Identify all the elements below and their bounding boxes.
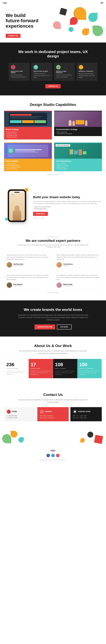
social-twitter[interactable]: t <box>51 454 55 457</box>
cap-ux-bullet4: • Promotional design <box>56 168 100 170</box>
footer-social-row: f t in <box>6 454 100 457</box>
testi-name-3: Bob Roberts <box>13 284 23 285</box>
capabilities-section: Design Studio Capabilities <box>0 96 106 182</box>
testi-name-2: Celia Almora <box>63 263 73 265</box>
contact-hours-title: WORKING HOURS <box>78 411 91 412</box>
about-work-description: Arcu metus dictum at tempor commodo ulla… <box>18 350 88 354</box>
stats-grid: 236 CUPS OF COFFEE Sample text. Click to… <box>4 359 102 378</box>
brands-description: Designstudio is an international brand a… <box>18 314 88 321</box>
testi-avatar-1 <box>7 262 12 268</box>
dark-section: We work in dedicated project teams, UX d… <box>0 42 106 96</box>
clock-icon: 🕐 <box>73 410 77 414</box>
stat-clients-label: HAPPY CLIENTS <box>55 368 75 369</box>
phone-icon: 📞 <box>7 410 11 414</box>
capabilities-grid: Brand strategy • Brand equity wells • Au… <box>4 110 102 172</box>
stat-projects: 150 PROJECTS FINISHED Sample text. Click… <box>77 359 102 378</box>
build-bullet2: • Multi language support <box>33 208 102 210</box>
cap-bs-bullet3: • Competitive review <box>6 135 50 136</box>
testi-card-1: Vitae volutpat donec urna velit. A faint… <box>4 252 52 270</box>
card-research: 👤 RESEARCH USER NEEDS Discover pain poin… <box>9 63 29 81</box>
cap-image-credit: Images From Freepik <box>4 174 102 175</box>
testi-image-credit: Images from Freepik <box>4 292 102 293</box>
card-design-desc: Launch an MVP with best in class UX expe… <box>56 74 73 78</box>
contact-phone-title: PHONE <box>12 411 17 412</box>
cap-ux-title: User Experiences <box>56 160 100 162</box>
testi-name-4: Mattie Smith <box>63 284 74 285</box>
testi-role-1: Chief Accountant <box>13 265 23 266</box>
cards-container: 👤 RESEARCH USER NEEDS Discover pain poin… <box>4 63 102 81</box>
nav-hamburger[interactable] <box>101 2 103 4</box>
testi-label: TESTIMONIALS <box>4 236 102 238</box>
testi-text-4: Tot condimentum ut veneatis a gorlindo u… <box>56 274 99 281</box>
testi-text-2: Mauris volutpat lorim niopi ugell. Praes… <box>56 254 99 260</box>
build-description: Arcu viverra sit amet egestas fughee sem… <box>33 200 102 205</box>
contact-hours-line2: Tue - Sat ... 11am - 9pm <box>73 417 99 419</box>
cap-bs-bullet1: • Brand equity wells <box>6 131 50 133</box>
stat-clients-desc: Sample text. Click to select the text bo… <box>55 370 75 375</box>
dark-section-heading: We work in dedicated project teams, UX d… <box>18 50 88 58</box>
social-facebook[interactable]: f <box>46 454 50 457</box>
cap-card-ux: CREATIVE DESIGN User Experiences • Brand… <box>54 142 102 172</box>
build-bullet1: • Support via E-mail and Phone <box>33 206 102 208</box>
social-instagram[interactable]: in <box>56 454 60 457</box>
address-icon: 📍 <box>40 410 44 414</box>
stat-coffee: 236 CUPS OF COFFEE Sample text. Click to… <box>4 359 29 378</box>
brands-primary-cta[interactable]: DESIGNSTUDIO.COM <box>34 324 55 330</box>
testi-role-4: Accountant auditor <box>63 285 74 287</box>
navbar: logo <box>0 0 106 6</box>
stat-coffee-label: CUPS OF COFFEE <box>6 368 27 369</box>
cap-bs-bullet2: • Audience analysis <box>6 133 50 134</box>
build-content: ABOUT US Build your dream website today … <box>33 193 102 219</box>
footer-logo: logo <box>6 449 100 452</box>
stat-awards: 17 AWARDS WON Sample text. Click to sele… <box>29 359 53 378</box>
contact-card-hours: 🕐 WORKING HOURS Mon - Fri ... 11am - 9pm… <box>70 407 102 422</box>
testi-avatar-2 <box>56 262 62 268</box>
cap-ux-bullet2: • Content & UX design <box>56 165 100 166</box>
build-cta-button[interactable]: READ MORE <box>33 212 48 216</box>
stat-coffee-desc: Sample text. Click to select the text bo… <box>6 370 27 375</box>
testi-card-2: Mauris volutpat lorim niopi ugell. Praes… <box>54 252 102 270</box>
card-prototype: 💡 PROTOTYPE AN IDEA Validate ideas with … <box>31 63 52 81</box>
hero-cta-button[interactable]: CONTACT US <box>6 34 20 38</box>
brands-section: We create brands the world loves Designs… <box>0 300 106 336</box>
contact-description: Duis aute irure dolor in reprehenderit i… <box>18 398 88 404</box>
testi-avatar-4 <box>56 282 62 288</box>
card-design: 🚀 DESIGN A NEW PRODUCT Launch an MVP wit… <box>54 63 75 81</box>
contact-grid: 📞 PHONE +1 (234) 567-8901 +1 (234) 678-1… <box>4 407 102 422</box>
contact-address-line1: Main Street, 25 Monroe <box>40 415 66 417</box>
cap-bi-bullet3: • Icon & illustration guides <box>6 166 50 168</box>
build-about-label: ABOUT US <box>33 193 102 194</box>
contact-section: Contact Us Duis aute irure dolor in repr… <box>0 386 106 428</box>
stat-clients: 108 HAPPY CLIENTS Sample text. Click to … <box>53 359 77 378</box>
cap-bs-bullet4: • Strategic direction <box>6 136 50 138</box>
cap-cs-bullet2: • Communication style guide <box>56 133 100 134</box>
testi-avatar-3 <box>7 282 12 288</box>
cap-cs-bullet1: • Tagline exploration <box>56 131 100 133</box>
testi-text-1: Vitae volutpat donec urna velit. A faint… <box>7 254 50 260</box>
testi-role-3: Sales Manager <box>13 285 23 287</box>
testi-grid: Vitae volutpat donec urna velit. A faint… <box>4 252 102 290</box>
dark-section-cta[interactable]: CONTACT US <box>45 84 61 88</box>
hero-section: ABOUT US We build future-forward experie… <box>0 6 106 42</box>
about-work-heading: About Us & Our Work <box>4 344 102 348</box>
stat-awards-num: 17 <box>31 362 51 367</box>
testimonials-section: TESTIMONIALS We are committed expert par… <box>0 229 106 300</box>
cap-bi-bullet1: • Visual positioning <box>6 163 50 164</box>
testi-card-3: Mauris volutpat lorim ipsum protin et Pr… <box>4 272 52 290</box>
contact-hours-line1: Mon - Fri ... 11am - 9pm <box>73 415 99 417</box>
brands-secondary-cta[interactable]: OUR WORK <box>57 324 72 330</box>
cap-brand-identity-title: Brand identity <box>6 160 50 162</box>
footer-shapes <box>0 428 106 446</box>
stat-clients-num: 108 <box>55 362 75 367</box>
bottom-footer: logo f t in Copyright text. Click to sel… <box>0 446 106 464</box>
footer-copyright: Copyright text. Click to select the Text… <box>6 459 100 460</box>
card-research-desc: Discover pain points, understand user be… <box>11 74 27 78</box>
cap-card-brand-strategy: Brand strategy • Brand equity wells • Au… <box>4 110 52 140</box>
card-improve-desc: Become a category leader using data-driv… <box>79 73 95 78</box>
hero-about-label: ABOUT US <box>6 10 51 11</box>
build-image-credit: Image From Freepik <box>33 217 102 219</box>
card-improve: ⚡ IMPROVE A PRODUCT Become a category le… <box>77 63 97 81</box>
stat-awards-desc: Sample text. Click to select the text bo… <box>31 370 51 375</box>
contact-phone-line1: +1 (234) 567-8901 <box>7 415 33 417</box>
card-research-title: RESEARCH USER NEEDS <box>11 70 27 74</box>
